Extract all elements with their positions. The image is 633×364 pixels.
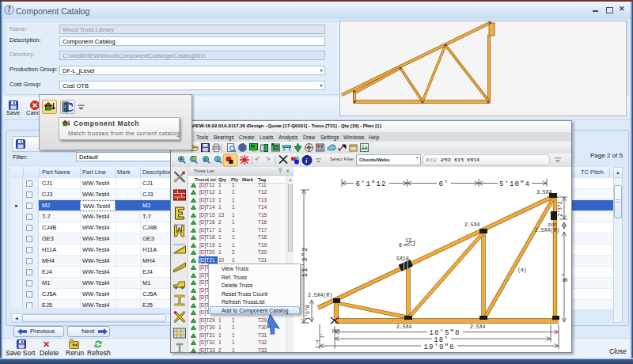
svg-text:2.5X4(R): 2.5X4(R) <box>308 293 332 298</box>
svg-text:5X10: 5X10 <box>396 256 409 262</box>
svg-text:2.5X4: 2.5X4 <box>470 324 486 330</box>
svg-text:6': 6' <box>438 180 449 188</box>
svg-text:9': 9' <box>562 271 570 282</box>
svg-text:2X5: 2X5 <box>548 222 556 228</box>
svg-text:3.5X4: 3.5X4 <box>536 190 552 195</box>
svg-text:(a): (a) <box>517 267 527 273</box>
svg-text:2.5X4: 2.5X4 <box>396 324 412 330</box>
svg-text:6'1"12: 6'1"12 <box>355 180 386 188</box>
svg-text:1'0"8: 1'0"8 <box>305 305 311 320</box>
svg-text:2'3"2: 2'3"2 <box>558 201 563 217</box>
svg-text:6: 6 <box>399 243 402 248</box>
svg-text:11'3"2: 11'3"2 <box>301 246 309 277</box>
svg-text:P: P <box>204 157 207 162</box>
svg-text:1': 1' <box>320 332 325 338</box>
svg-text:2.5X4(R): 2.5X4(R) <box>535 228 559 233</box>
svg-text:1'4: 1'4 <box>315 339 320 348</box>
svg-text:5'10"4: 5'10"4 <box>499 180 530 188</box>
svg-text:2.5X4: 2.5X4 <box>464 222 480 228</box>
svg-text:2X5: 2X5 <box>332 328 340 334</box>
svg-text:19'9"8: 19'9"8 <box>423 343 454 351</box>
